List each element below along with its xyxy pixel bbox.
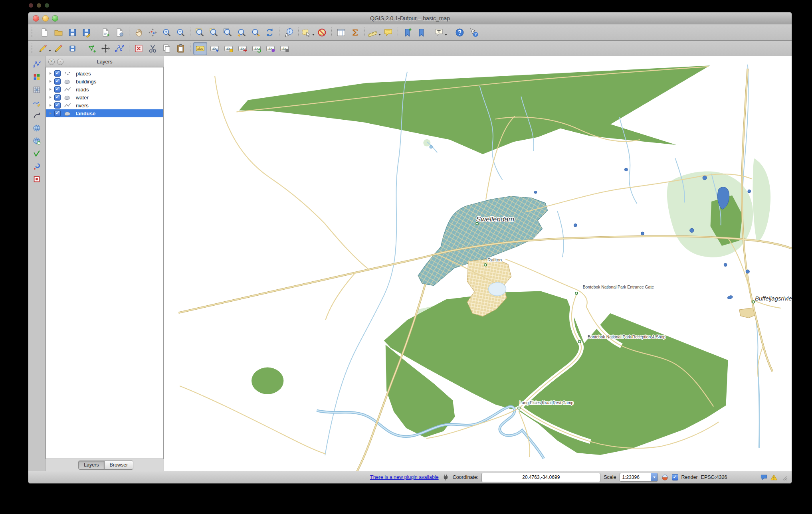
paste-features-button[interactable]	[174, 42, 187, 55]
title-bar[interactable]: QGIS 2.0.1-Dufour – basic_map	[28, 12, 792, 24]
zoom-window-icon[interactable]	[52, 15, 58, 22]
colored-grid-tool-button[interactable]	[31, 71, 43, 83]
combobox-arrow-icon[interactable]	[651, 473, 658, 481]
field-calculator-button[interactable]	[349, 26, 362, 39]
dropdown-arrow-icon[interactable]	[49, 50, 51, 51]
toggle-editing-button[interactable]	[52, 42, 65, 55]
copy-features-button[interactable]	[160, 42, 173, 55]
composer-manager-button[interactable]	[113, 26, 126, 39]
toolbar-drag-handle[interactable]	[32, 43, 35, 53]
layer-row-water[interactable]: water	[46, 93, 163, 101]
text-annotation-button[interactable]	[434, 26, 447, 39]
touch-zoom-pan-button[interactable]	[146, 26, 159, 39]
dropdown-arrow-icon[interactable]	[378, 34, 381, 36]
add-feature-button[interactable]	[85, 42, 98, 55]
panel-close-button[interactable]: ×	[48, 59, 55, 65]
raster-grid-tool-button[interactable]	[31, 84, 43, 95]
measure-line-button[interactable]	[368, 26, 381, 39]
red-square-tool-button[interactable]	[31, 174, 43, 185]
refresh-map-button[interactable]	[263, 26, 276, 39]
dropdown-arrow-icon[interactable]	[445, 34, 447, 36]
identify-features-button[interactable]	[282, 26, 295, 39]
expand-arrow-icon[interactable]	[50, 112, 51, 115]
globe-tool-button[interactable]	[31, 123, 43, 134]
vector-check-tool-button[interactable]	[31, 148, 43, 159]
messages-icon[interactable]	[760, 474, 768, 481]
new-print-composer-button[interactable]	[99, 26, 112, 39]
zoom-full-extent-button[interactable]	[193, 26, 206, 39]
label-settings-button[interactable]	[278, 42, 291, 55]
save-project-as-button[interactable]	[80, 26, 93, 39]
pin-unpin-labels-button[interactable]	[208, 42, 221, 55]
expand-arrow-icon[interactable]	[50, 104, 51, 107]
zoom-out-button[interactable]	[174, 26, 187, 39]
layer-row-rivers[interactable]: rivers	[46, 101, 163, 109]
layer-visibility-checkbox[interactable]	[54, 70, 61, 77]
layer-row-places[interactable]: places	[46, 69, 163, 77]
zoom-last-button[interactable]	[235, 26, 248, 39]
move-label-button[interactable]	[236, 42, 249, 55]
layer-visibility-checkbox[interactable]	[54, 102, 61, 109]
save-project-button[interactable]	[66, 26, 79, 39]
resize-grip-icon[interactable]	[780, 474, 788, 481]
current-edits-button[interactable]	[38, 42, 51, 55]
layer-name: water	[74, 95, 90, 101]
layer-visibility-checkbox[interactable]	[54, 94, 61, 101]
layer-visibility-checkbox[interactable]	[54, 86, 61, 93]
rotate-label-button[interactable]	[250, 42, 263, 55]
show-bookmarks-button[interactable]	[415, 26, 428, 39]
warning-icon[interactable]	[770, 474, 778, 481]
expand-arrow-icon[interactable]	[50, 80, 51, 83]
save-layer-edits-button[interactable]	[66, 42, 79, 55]
zoom-to-selection-button[interactable]	[207, 26, 220, 39]
expand-arrow-icon[interactable]	[50, 88, 51, 91]
render-checkbox[interactable]	[672, 474, 678, 480]
tab-browser[interactable]: Browser	[104, 461, 134, 470]
zoom-next-button[interactable]	[249, 26, 262, 39]
deselect-features-button[interactable]	[315, 26, 329, 39]
select-features-button[interactable]	[301, 26, 315, 39]
expand-arrow-icon[interactable]	[50, 72, 51, 75]
arc-arrow-tool-button[interactable]	[31, 110, 43, 121]
zoom-in-button[interactable]	[160, 26, 173, 39]
change-label-properties-button[interactable]	[264, 42, 277, 55]
digitize-polyline-button[interactable]	[31, 59, 43, 70]
plugin-update-link[interactable]: There is a new plugin available	[370, 474, 439, 480]
delete-selected-button[interactable]	[132, 42, 145, 55]
curve-pencil-tool-button[interactable]	[31, 97, 43, 108]
layer-visibility-checkbox[interactable]	[54, 110, 61, 117]
whats-this-button[interactable]	[467, 26, 480, 39]
node-tool-button[interactable]	[113, 42, 126, 55]
layer-visibility-checkbox[interactable]	[54, 78, 61, 85]
cut-features-button[interactable]	[146, 42, 159, 55]
minimize-window-icon[interactable]	[42, 15, 49, 22]
layer-row-roads[interactable]: roads	[46, 85, 163, 93]
georeferencer-tool-button[interactable]	[31, 161, 43, 172]
map-canvas[interactable]: Swellendam Railton Bontebok National Par…	[164, 56, 792, 471]
new-project-button[interactable]	[38, 26, 51, 39]
layer-row-landuse[interactable]: landuse	[46, 109, 163, 117]
coordinate-input[interactable]	[481, 473, 600, 482]
help-contents-button[interactable]	[453, 26, 466, 39]
open-project-button[interactable]	[52, 26, 65, 39]
move-feature-button[interactable]	[99, 42, 112, 55]
dropdown-arrow-icon[interactable]	[312, 34, 315, 36]
zoom-to-layer-button[interactable]	[221, 26, 234, 39]
new-bookmark-button[interactable]	[401, 26, 414, 39]
close-window-icon[interactable]	[33, 15, 39, 22]
layer-row-buildings[interactable]: buildings	[46, 77, 163, 85]
expand-arrow-icon[interactable]	[50, 96, 51, 99]
web-globe-tool-button[interactable]	[31, 135, 43, 146]
toolbar-drag-handle[interactable]	[32, 28, 35, 37]
plugin-icon[interactable]	[442, 474, 450, 481]
pan-map-button[interactable]	[132, 26, 145, 39]
highlight-pinned-labels-button[interactable]	[222, 42, 235, 55]
panel-detach-button[interactable]: ◦	[57, 59, 63, 65]
open-attribute-table-button[interactable]	[335, 26, 348, 39]
tab-layers[interactable]: Layers	[78, 461, 105, 470]
scale-combobox[interactable]: 1:23396	[620, 473, 658, 482]
map-tips-button[interactable]	[382, 26, 395, 39]
labeling-options-button[interactable]	[193, 42, 207, 55]
polygon-layer-icon	[63, 111, 72, 116]
crs-transform-icon[interactable]	[661, 474, 669, 481]
